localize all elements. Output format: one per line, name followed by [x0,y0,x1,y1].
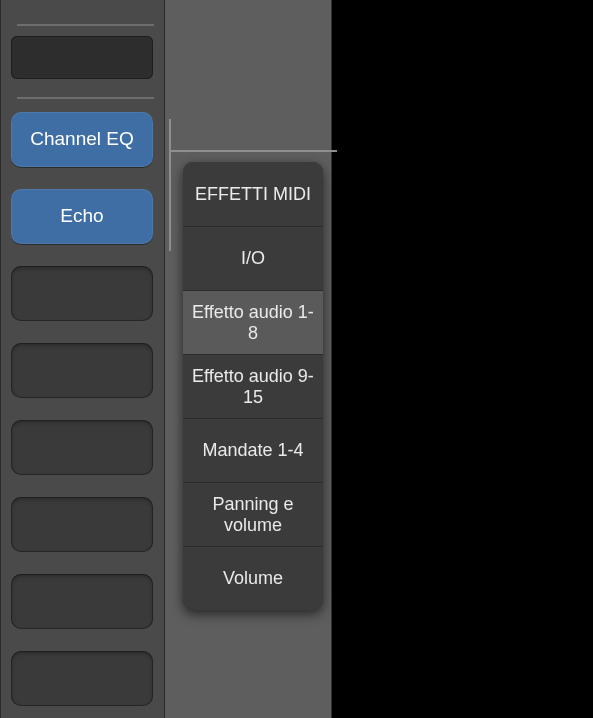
channel-strip-config-menu[interactable]: EFFETTI MIDI I/O Effetto audio 1-8 Effet… [183,162,323,610]
insert-slot-8[interactable] [11,651,153,706]
insert-slot-label: Channel EQ [30,129,134,150]
menu-item-label: Panning e volume [191,494,315,535]
menu-item-label: Volume [223,568,283,589]
insert-slot-1[interactable]: Channel EQ [11,112,153,167]
menu-item-label: Mandate 1-4 [202,440,303,461]
insert-slot-4[interactable] [11,343,153,398]
strip-divider [17,24,154,26]
insert-slot-label: Echo [60,206,103,227]
menu-item-label: EFFETTI MIDI [195,184,311,205]
menu-item-audio-fx-1-8[interactable]: Effetto audio 1-8 [183,290,323,354]
menu-item-panning-volume[interactable]: Panning e volume [183,482,323,546]
menu-item-sends-1-4[interactable]: Mandate 1-4 [183,418,323,482]
insert-slot-6[interactable] [11,497,153,552]
insert-slot-5[interactable] [11,420,153,475]
channel-strip-column: Channel EQ Echo [0,0,165,718]
menu-item-audio-fx-9-15[interactable]: Effetto audio 9-15 [183,354,323,418]
menu-item-label: Effetto audio 9-15 [191,366,315,407]
insert-slot-2[interactable]: Echo [11,189,153,244]
menu-item-io[interactable]: I/O [183,226,323,290]
menu-item-label: I/O [241,248,265,269]
menu-item-midi-effects[interactable]: EFFETTI MIDI [183,162,323,226]
menu-item-label: Effetto audio 1-8 [191,302,315,343]
insert-slot-3[interactable] [11,266,153,321]
strip-divider [17,97,154,99]
callout-line-vertical [169,119,171,251]
callout-line-horizontal [169,150,337,152]
strip-dark-rect [11,36,153,79]
insert-slot-7[interactable] [11,574,153,629]
menu-item-volume[interactable]: Volume [183,546,323,610]
